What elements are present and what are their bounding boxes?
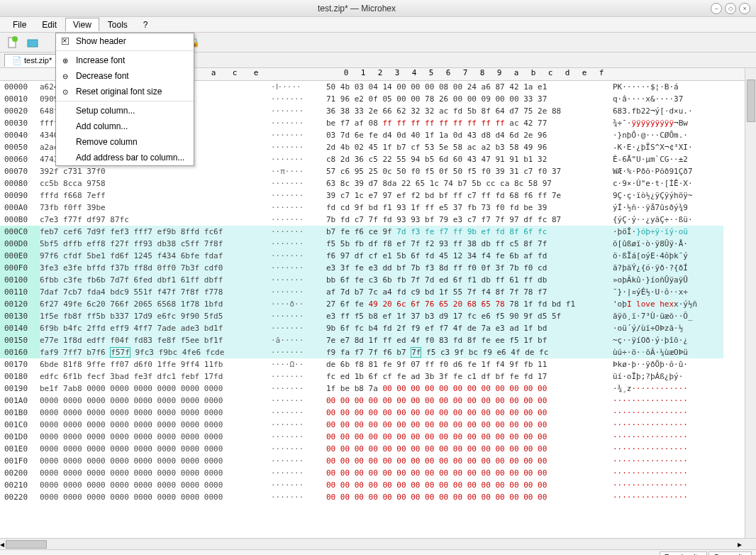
hex-bytes[interactable]: 7b fd c7 7f fd 93 93 bf 79 e3 c7 f7 7f 9…: [326, 214, 610, 226]
ascii-column[interactable]: ················: [610, 467, 723, 479]
hex-row[interactable]: 002100000 0000 0000 0000 0000 0000 0000 …: [0, 479, 756, 491]
hex-bytes[interactable]: 9b 6f fc b4 fd 2f f9 ef f7 4f de 7a e3 a…: [326, 322, 610, 334]
hex-words[interactable]: be1f 7ab8 0000 0000 0000 0000 0000 0000: [40, 383, 267, 395]
hex-row[interactable]: 000A073fb f0ff 39be·······fd cd 9f bd f1…: [0, 202, 756, 214]
ascii-column[interactable]: {ýÇ·ý··¿yãÇ÷··ßü·: [610, 214, 723, 226]
hex-words[interactable]: 7daf 7cb7 fda4 bdc9 551f f47f 7f8f f778: [40, 286, 267, 298]
readwrite-mode[interactable]: Read-write: [660, 551, 707, 556]
hex-bytes[interactable]: 00 00 00 00 00 00 00 00 00 00 00 00 00 0…: [326, 443, 610, 455]
ascii-column[interactable]: ·¾¸z············: [610, 383, 723, 395]
hex-bytes[interactable]: 00 00 00 00 00 00 00 00 00 00 00 00 00 0…: [326, 431, 610, 443]
hex-row[interactable]: 001206f27 49fe 6c20 766f 2065 6568 1f78 …: [0, 298, 756, 310]
hex-words[interactable]: 0000 0000 0000 0000 0000 0000 0000 0000: [40, 395, 267, 407]
ascii-column[interactable]: 9Ç·ç·ïò½¿ÿÇÿýhöÿ~: [610, 189, 723, 202]
hex-row[interactable]: 001B00000 0000 0000 0000 0000 0000 0000 …: [0, 407, 756, 419]
menu-remove-column[interactable]: Remove column: [56, 134, 194, 150]
menu-reset-font[interactable]: ⊙Reset original font size: [56, 84, 194, 99]
hex-words[interactable]: 0000 0000 0000 0000 0000 0000 0000 0000: [40, 407, 267, 419]
hex-row[interactable]: 002200000 0000 0000 0000 0000 0000 0000 …: [0, 491, 756, 503]
hex-bytes[interactable]: 27 6f fe 49 20 6c 6f 76 65 20 68 65 78 7…: [326, 298, 610, 310]
hex-bytes[interactable]: 63 8c 39 d7 8da 22 65 1c 74 b7 5b cc ca …: [326, 177, 610, 189]
hex-bytes[interactable]: 00 00 00 00 00 00 00 00 00 00 00 00 00 0…: [326, 407, 610, 419]
ascii-column[interactable]: c·9×·Ú"e·t·[ÌÊ·X·: [610, 177, 723, 189]
hex-bytes[interactable]: be f7 af 08 ff ff ff ff ff ff ff ff ff a…: [326, 117, 610, 129]
tab-testfile[interactable]: 📄 test.zip*: [4, 54, 60, 67]
hex-row[interactable]: 002000000 0000 0000 0000 0000 0000 0000 …: [0, 467, 756, 479]
hex-row[interactable]: 001F00000 0000 0000 0000 0000 0000 0000 …: [0, 455, 756, 467]
hex-bytes[interactable]: de 6b f8 81 fe 9f 07 ff f0 d6 fe 1f f4 9…: [326, 358, 610, 370]
vertical-scrollbar[interactable]: [745, 68, 756, 538]
ascii-column[interactable]: ················: [610, 443, 723, 455]
hex-row[interactable]: 00150e77e 1f8d edff f04f fd83 fe8f f5ee …: [0, 334, 756, 346]
ascii-column[interactable]: ~ç··ÿíOð·ý·þîõ·¿: [610, 334, 723, 346]
menu-increase-font[interactable]: ⊕Increase font: [56, 53, 194, 68]
hex-row[interactable]: 001C00000 0000 0000 0000 0000 0000 0000 …: [0, 419, 756, 431]
ascii-column[interactable]: ················: [610, 407, 723, 419]
hex-bytes[interactable]: 50 4b 03 04 14 00 00 00 08 00 24 a6 87 4…: [326, 81, 610, 93]
hex-words[interactable]: 97f6 cfdf 5be1 fd6f 1245 f434 6bfe fdaf: [40, 250, 267, 262]
hex-row[interactable]: 001A00000 0000 0000 0000 0000 0000 0000 …: [0, 395, 756, 407]
hex-row[interactable]: 00080cc5b 8cca 9758·······63 8c 39 d7 8d…: [0, 177, 756, 189]
hex-bytes[interactable]: e3 3f fe e3 dd bf 7b f3 8d ff f0 0f 3f 7…: [326, 262, 610, 274]
hex-words[interactable]: 73fb f0ff 39be: [40, 202, 267, 214]
hex-bytes[interactable]: fd cd 9f bd f1 93 1f ff e5 37 fb 73 f0 f…: [326, 202, 610, 214]
hex-words[interactable]: 6f9b b4fc 2ffd eff9 4ff7 7ade ade3 bd1f: [40, 322, 267, 334]
hex-words[interactable]: 392f c731 37f0: [40, 165, 267, 177]
hex-words[interactable]: 5bf5 dffb eff8 f27f ff93 db38 c5ff 7f8f: [40, 238, 267, 250]
ascii-column[interactable]: ················: [610, 419, 723, 431]
hex-words[interactable]: 0000 0000 0000 0000 0000 0000 0000 0000: [40, 455, 267, 467]
hex-bytes[interactable]: f6 97 df cf e1 5b 6f fd 45 12 34 f4 fe 6…: [326, 250, 610, 262]
hex-row[interactable]: 001D00000 0000 0000 0000 0000 0000 0000 …: [0, 431, 756, 443]
menu-add-address-bar[interactable]: Add address bar to column...: [56, 150, 194, 165]
menu-add-column[interactable]: Add column...: [56, 119, 194, 134]
hex-bytes[interactable]: af 7d b7 7c a4 fd c9 bd 1f 55 7f f4 8f 7…: [326, 286, 610, 298]
ascii-column[interactable]: Þkø·þ··ÿðÖþ·ô·û·: [610, 358, 723, 370]
menu-view[interactable]: View: [65, 18, 99, 31]
hex-row[interactable]: 000C0feb7 cef6 7d9f fef3 fff7 ef9b 8ffd …: [0, 226, 756, 238]
hex-row[interactable]: 00160faf9 7ff7 b7f6 f57f 9fc3 f9bc 4fe6 …: [0, 346, 756, 358]
ascii-column[interactable]: 'oþI love hexx·ý½ñ: [610, 298, 723, 310]
ascii-column[interactable]: ················: [610, 431, 723, 443]
new-file-icon[interactable]: [4, 35, 21, 50]
menu-edit[interactable]: Edit: [35, 18, 64, 31]
hex-row[interactable]: 001301f5e fb8f ff5b b337 17d9 e6fc 9f90 …: [0, 310, 756, 322]
hex-bytes[interactable]: 39 c7 1c e7 97 ef f2 bd bf ff c7 ff fd 6…: [326, 189, 610, 202]
hex-row[interactable]: 000E097f6 cfdf 5be1 fd6f 1245 f434 6bfe …: [0, 250, 756, 262]
hex-row[interactable]: 00190be1f 7ab8 0000 0000 0000 0000 0000 …: [0, 383, 756, 395]
hex-words[interactable]: 0000 0000 0000 0000 0000 0000 0000 0000: [40, 491, 267, 503]
hex-row[interactable]: 00090fffd f668 7eff·······39 c7 1c e7 97…: [0, 189, 756, 202]
hex-row[interactable]: 00070392f c731 37f0··π····57 c6 95 25 0c…: [0, 165, 756, 177]
hex-bytes[interactable]: bb 6f fe c3 6b fb 7f 7d ed 6f f1 db ff 6…: [326, 274, 610, 286]
hex-bytes[interactable]: 1f be b8 7a 00 00 00 00 00 00 00 00 00 0…: [326, 383, 610, 395]
hex-bytes[interactable]: 00 00 00 00 00 00 00 00 00 00 00 00 00 0…: [326, 455, 610, 467]
hex-bytes[interactable]: 00 00 00 00 00 00 00 00 00 00 00 00 00 0…: [326, 419, 610, 431]
hex-bytes[interactable]: 03 7d 6e fe d4 0d 40 1f 1a 0d 43 d8 d4 6…: [326, 129, 610, 141]
menu-tools[interactable]: Tools: [101, 18, 135, 31]
hex-bytes[interactable]: 71 96 e2 0f 05 00 00 78 26 00 00 09 00 0…: [326, 93, 610, 105]
hex-words[interactable]: 0000 0000 0000 0000 0000 0000 0000 0000: [40, 419, 267, 431]
hex-words[interactable]: feb7 cef6 7d9f fef3 fff7 ef9b 8ffd fc6f: [40, 226, 267, 238]
hex-bytes[interactable]: f9 fa f7 7f f6 b7 7f f5 c3 9f bc f9 e6 4…: [326, 346, 610, 358]
hex-words[interactable]: e77e 1f8d edff f04f fd83 fe8f f5ee bf1f: [40, 334, 267, 346]
ascii-column[interactable]: ·þöÎ·}óþ÷ÿ·ïý·oü: [610, 226, 723, 238]
hex-bytes[interactable]: e3 ff f5 b8 ef 1f 37 b3 d9 17 fc e6 f5 9…: [326, 310, 610, 322]
menu-show-header[interactable]: Show header: [56, 33, 194, 49]
hex-row[interactable]: 001E00000 0000 0000 0000 0000 0000 0000 …: [0, 443, 756, 455]
ascii-column[interactable]: ã?þãÝ¿{ó·ÿð·?{ðÍ: [610, 262, 723, 274]
ascii-column[interactable]: WÆ·%·Pðõ·Põð91Çð7: [610, 165, 723, 177]
hex-bytes[interactable]: fc ed 1b 6f cf fe ad 3b 3f fe c1 df bf f…: [326, 370, 610, 383]
hex-row[interactable]: 001706bde 81f8 9ffe ff07 d6f0 1ffe 9ff4 …: [0, 358, 756, 370]
hex-words[interactable]: 0000 0000 0000 0000 0000 0000 0000 0000: [40, 431, 267, 443]
hex-words[interactable]: 0000 0000 0000 0000 0000 0000 0000 0000: [40, 467, 267, 479]
ascii-column[interactable]: õ[ûßøï·ò·ÿ8Ûÿ·Å·: [610, 238, 723, 250]
hex-row[interactable]: 000B0c7e3 f77f df97 87fc·······7b fd c7 …: [0, 214, 756, 226]
ascii-column[interactable]: ¾÷¯·ÿÿÿÿÿÿÿÿÿ¬Bw: [610, 117, 723, 129]
hex-row[interactable]: 00180edfc 6f1b fecf 3bad fe3f dfc1 febf …: [0, 370, 756, 383]
ascii-column[interactable]: ãÿõ¸ï·7³Ù·üæõ··Õ_: [610, 310, 723, 322]
ascii-column[interactable]: ¯}·|¤ýÉ½·U·ô··x÷: [610, 286, 723, 298]
hex-row[interactable]: 001107daf 7cb7 fda4 bdc9 551f f47f 7f8f …: [0, 286, 756, 298]
menu-file[interactable]: File: [6, 18, 33, 31]
ascii-column[interactable]: È-6Å"U·µm`CG··±2: [610, 153, 723, 165]
hex-bytes[interactable]: 00 00 00 00 00 00 00 00 00 00 00 00 00 0…: [326, 479, 610, 491]
minimize-button[interactable]: −: [711, 3, 722, 14]
